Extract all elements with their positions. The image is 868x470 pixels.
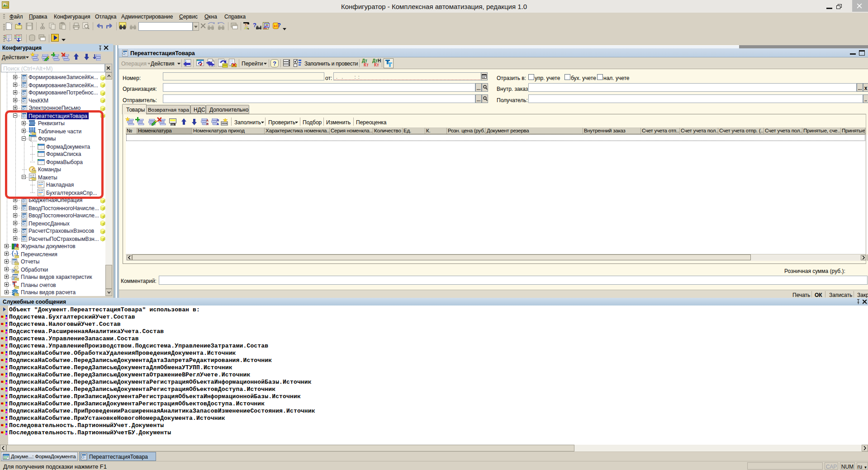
svg-text:А: А	[206, 119, 209, 122]
svg-text:Я: Я	[217, 119, 219, 122]
svg-text:OK: OK	[171, 123, 175, 126]
svg-text:А: А	[217, 122, 219, 126]
svg-text:Я: Я	[206, 122, 209, 126]
